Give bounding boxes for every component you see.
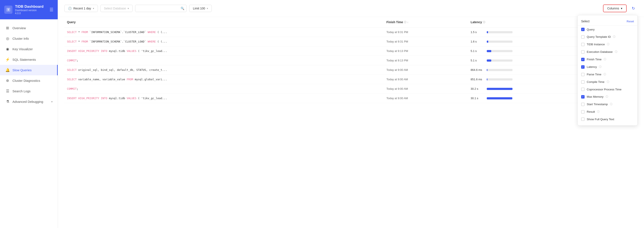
table-row[interactable]: SELECT * FROM `INFORMATION_SCHEMA`.`CLUS… [64, 37, 638, 46]
key-visualizer-icon: ◉ [5, 47, 10, 51]
search-button[interactable]: 🔍 [178, 5, 186, 12]
sidebar-logo-area: T TiDB Dashboard Dashboard version 4.0.0 [4, 5, 44, 15]
checkbox[interactable]: ✓ [581, 95, 584, 99]
advanced-debugging-icon: ⚗ [5, 99, 10, 104]
chevron-down-icon: ▾ [128, 7, 129, 10]
dropdown-item-query[interactable]: ✓Query [578, 26, 637, 33]
sql-statements-icon: ⚡ [5, 57, 10, 62]
sidebar-item-sql-statements[interactable]: ⚡ SQL Statements [0, 54, 58, 65]
query-cell: COMMIT; [64, 84, 384, 94]
query-cell: SELECT * FROM `INFORMATION_SCHEMA`.`CLUS… [64, 28, 384, 37]
search-logs-icon: ☰ [5, 89, 10, 93]
sort-icon: ↓ [407, 21, 408, 24]
columns-button[interactable]: Columns ▾ [603, 5, 626, 12]
dropdown-item-parse_time[interactable]: Parse Time ⓘ [578, 71, 637, 78]
info-icon: ⓘ [604, 73, 606, 76]
dropdown-item-label: TiDB Instance [587, 43, 605, 46]
checkbox[interactable]: ✓ [581, 58, 584, 61]
dropdown-item-show_full_query_text[interactable]: Show Full Query Text [578, 116, 637, 123]
dropdown-item-label: Result [587, 110, 595, 113]
chevron-down-icon: ▾ [51, 100, 52, 103]
search-input[interactable] [135, 5, 178, 12]
sidebar-item-label: Cluster Diagnostics [12, 79, 40, 82]
table-row[interactable]: COMMIT;Today at 9:00 AM 30.2 s 0 [64, 84, 638, 94]
checkbox[interactable] [581, 43, 584, 46]
col-header-finish-time[interactable]: Finish Time ⓘ ↓ [384, 17, 468, 28]
sidebar-item-label: Advanced Debugging [12, 100, 43, 103]
time-filter-button[interactable]: 🕐 Recent 1 day ▾ [64, 5, 98, 12]
main-content: 🕐 Recent 1 day ▾ Select Database ▾ 🔍 Lim… [58, 0, 644, 228]
dropdown-item-label: Query Template ID [587, 35, 611, 39]
table-row[interactable]: SELECT variable_name, variable_value FRO… [64, 75, 638, 84]
info-icon: ⓘ [610, 102, 612, 106]
checkbox[interactable] [581, 117, 584, 121]
finish-time-cell: Today at 9:00 AM [384, 75, 468, 84]
col-header-query[interactable]: Query [64, 17, 384, 28]
dropdown-item-coprocessor_process_time[interactable]: Coprocessor Process Time [578, 86, 637, 93]
sidebar-item-advanced-debugging[interactable]: ⚗ Advanced Debugging ▾ [0, 96, 58, 107]
sidebar-title-area: TiDB Dashboard Dashboard version 4.0.0 [15, 5, 44, 15]
limit-filter-button[interactable]: Limit 100 ▾ [189, 5, 212, 12]
dropdown-item-label: Execution Database [587, 50, 613, 54]
dropdown-item-tidb_instance[interactable]: TiDB Instance ⓘ [578, 41, 637, 48]
limit-label: Limit 100 [193, 7, 205, 10]
finish-time-cell: Today at 9:00 AM [384, 65, 468, 75]
checkbox[interactable] [581, 50, 584, 54]
reset-button[interactable]: Reset [626, 20, 634, 23]
refresh-button[interactable]: ↻ [629, 4, 638, 13]
checkbox[interactable] [581, 73, 584, 76]
finish-time-cell: Today at 9:13 PM [384, 46, 468, 56]
sidebar-item-label: Key Visualizer [12, 47, 33, 51]
query-cell: SELECT original_sql, bind_sql, default_d… [64, 65, 384, 75]
checkbox[interactable] [581, 88, 584, 91]
checkbox[interactable] [581, 80, 584, 84]
checkbox[interactable] [581, 103, 584, 106]
info-icon: ⓘ [606, 95, 608, 99]
dropdown-item-result[interactable]: Result ⓘ [578, 108, 637, 116]
dropdown-item-compile_time[interactable]: Compile Time ⓘ [578, 78, 637, 86]
table-row[interactable]: COMMIT;Today at 9:13 PM 5.1 s 0 [64, 56, 638, 65]
dropdown-item-query_template_id[interactable]: Query Template ID ⓘ [578, 33, 637, 41]
clock-icon: 🕐 [68, 7, 72, 10]
sidebar-item-key-visualizer[interactable]: ◉ Key Visualizer [0, 44, 58, 54]
sidebar-item-label: Search Logs [12, 89, 30, 93]
columns-dropdown: Select Reset ✓QueryQuery Template ID ⓘTi… [578, 15, 638, 126]
sidebar-item-label: Overview [12, 26, 26, 30]
dropdown-item-label: Compile Time [587, 80, 604, 84]
dropdown-item-label: Max Memory [587, 95, 604, 98]
finish-time-cell: Today at 9:31 PM [384, 37, 468, 46]
dropdown-item-latency[interactable]: ✓Latency ⓘ [578, 63, 637, 71]
checkbox[interactable]: ✓ [581, 65, 584, 69]
sidebar-item-slow-queries[interactable]: 🔔 Slow Queries [0, 65, 58, 75]
dropdown-item-start_timestamp[interactable]: Start Timestamp ⓘ [578, 100, 637, 108]
table-row[interactable]: SELECT original_sql, bind_sql, default_d… [64, 65, 638, 75]
dropdown-item-label: Finish Time [587, 58, 602, 61]
cluster-info-icon: ◎ [5, 36, 10, 41]
info-icon: ⓘ [607, 80, 609, 84]
table-row[interactable]: SELECT * FROM `INFORMATION_SCHEMA`.`CLUS… [64, 28, 638, 37]
sidebar-item-search-logs[interactable]: ☰ Search Logs [0, 86, 58, 96]
dropdown-item-label: Query [587, 28, 595, 31]
sidebar-item-label: Slow Queries [12, 68, 32, 72]
checkbox[interactable] [581, 35, 584, 39]
svg-text:T: T [8, 8, 9, 11]
dropdown-item-execution_database[interactable]: Execution Database ⓘ [578, 48, 637, 56]
finish-time-cell: Today at 9:00 AM [384, 94, 468, 103]
table-row[interactable]: INSERT HIGH_PRIORITY INTO mysql.tidb VAL… [64, 94, 638, 103]
sidebar-item-overview[interactable]: ⊞ Overview [0, 23, 58, 33]
app-subtitle: Dashboard version [15, 9, 44, 12]
database-select-button[interactable]: Select Database ▾ [100, 5, 133, 12]
dropdown-item-finish_time[interactable]: ✓Finish Time ⓘ [578, 56, 637, 63]
dropdown-item-label: Parse Time [587, 73, 601, 76]
sidebar-item-cluster-info[interactable]: ◎ Cluster Info [0, 33, 58, 44]
checkbox[interactable] [581, 110, 584, 114]
sidebar-item-label: Cluster Info [12, 37, 29, 40]
dropdown-item-max_memory[interactable]: ✓Max Memory ⓘ [578, 93, 637, 100]
sidebar-item-cluster-diagnostics[interactable]: ⊛ Cluster Diagnostics [0, 75, 58, 86]
slow-queries-icon: 🔔 [5, 68, 10, 72]
table-row[interactable]: INSERT HIGH_PRIORITY INTO mysql.tidb VAL… [64, 46, 638, 56]
columns-label: Columns [607, 7, 619, 10]
menu-icon[interactable]: ☰ [50, 7, 54, 12]
checkbox[interactable]: ✓ [581, 28, 584, 31]
sidebar-header: T TiDB Dashboard Dashboard version 4.0.0… [0, 0, 58, 19]
